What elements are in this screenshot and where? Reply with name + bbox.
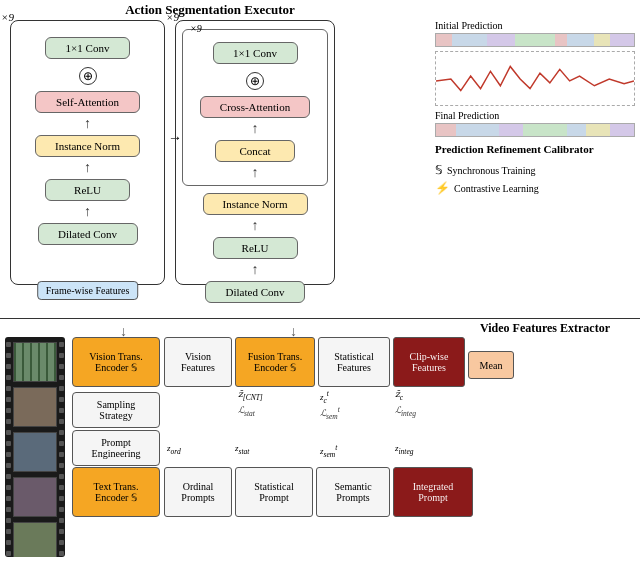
z-ct-label: zct — [320, 389, 329, 405]
statistical-features-cell: StatisticalFeatures — [318, 337, 390, 387]
cross-attn-box: Cross-Attention — [200, 96, 310, 118]
arrow-down-5: ↑ — [252, 166, 259, 180]
text-trans-encoder-label: Text Trans.Encoder 𝕊 — [72, 467, 160, 517]
semantic-prompts-cell: SemanticPrompts — [316, 467, 390, 517]
z-integ-label: zinteg — [395, 443, 414, 456]
legend-contrast: ⚡ Contrastive Learning — [435, 181, 635, 196]
waveform-area — [435, 51, 635, 106]
relu-box-left: ReLU — [45, 179, 130, 201]
contrast-icon: ⚡ — [435, 181, 450, 196]
loss-stat-label: ℒstat — [238, 405, 255, 418]
final-prediction-bar — [435, 123, 635, 137]
feature-grid: Vision Trans.Encoder 𝕊 VisionFeatures Fu… — [72, 337, 635, 572]
conv-box-right: 1×1 Conv — [213, 42, 298, 64]
down-arrow-1: ↓ — [120, 324, 127, 340]
down-arrow-2: ↓ — [290, 324, 297, 340]
legend-area: 𝕊 Synchronous Training ⚡ Contrastive Lea… — [435, 163, 635, 196]
executor-right-block: ×9 ×9 1×1 Conv ⊕ Cross-Attention ↑ Conca… — [175, 20, 335, 285]
final-prediction-label: Final Prediction — [435, 110, 635, 121]
plus-circle-right: ⊕ — [246, 72, 264, 90]
section-title: Action Segmentation Executor — [60, 2, 360, 18]
main-container: Action Segmentation Executor ×9 1×1 Conv… — [0, 0, 640, 576]
mean-cell: Mean — [468, 351, 514, 379]
relu-box-right: ReLU — [213, 237, 298, 259]
inst-norm-box-right: Instance Norm — [203, 193, 308, 215]
z-stat-label: zstat — [235, 443, 249, 456]
film-strip — [5, 337, 65, 557]
arrow-down-3: ↑ — [84, 205, 91, 219]
legend-contrast-label: Contrastive Learning — [454, 183, 539, 194]
statistical-prompt-cell: StatisticalPrompt — [235, 467, 313, 517]
dilated-box-left: Dilated Conv — [38, 223, 138, 245]
conv-box-left: 1×1 Conv — [45, 37, 130, 59]
arrow-down-7: ↑ — [252, 263, 259, 277]
prediction-area: Initial Prediction Final Prediction — [435, 20, 635, 199]
repeat-badge-right: ×9 — [166, 11, 179, 23]
inst-norm-box-left: Instance Norm — [35, 135, 140, 157]
repeat-badge-left: ×9 — [1, 11, 14, 23]
loss-integ-label: ℒinteg — [395, 405, 416, 418]
waveform-svg — [436, 52, 634, 105]
ordinal-prompts-cell: OrdinalPrompts — [164, 467, 232, 517]
sync-icon: 𝕊 — [435, 163, 443, 178]
arrow-down-4: ↑ — [252, 122, 259, 136]
arrow-down-6: ↑ — [252, 219, 259, 233]
z-ord-label: zord — [167, 443, 181, 456]
frame-features-box: Frame-wise Features — [37, 281, 139, 300]
clipwise-features-cell: Clip-wiseFeatures — [393, 337, 465, 387]
legend-sync: 𝕊 Synchronous Training — [435, 163, 635, 178]
legend-sync-label: Synchronous Training — [447, 165, 536, 176]
fusion-trans-encoder-cell: Fusion Trans.Encoder 𝕊 — [235, 337, 315, 387]
bottom-section: Video Features Extractor — [0, 318, 640, 576]
arrow-down-2: ↑ — [84, 161, 91, 175]
z-sem-label: zsemt — [320, 443, 337, 459]
vision-trans-encoder-label: Vision Trans.Encoder 𝕊 — [72, 337, 160, 387]
loss-sem-label: ℒsemt — [320, 405, 340, 421]
z-c-label: z̄c — [395, 389, 403, 402]
initial-prediction-label: Initial Prediction — [435, 20, 635, 31]
executor-left-block: ×9 1×1 Conv ⊕ Self-Attention ↑ Instance … — [10, 20, 165, 285]
self-attn-box: Self-Attention — [35, 91, 140, 113]
top-section: Action Segmentation Executor ×9 1×1 Conv… — [0, 0, 640, 320]
dilated-box-right: Dilated Conv — [205, 281, 305, 303]
initial-prediction-bar — [435, 33, 635, 47]
vision-features-cell: VisionFeatures — [164, 337, 232, 387]
refinement-title: Prediction Refinement Calibrator — [435, 143, 635, 155]
arrow-down-1: ↑ — [84, 117, 91, 131]
plus-circle-left: ⊕ — [79, 67, 97, 85]
bottom-title: Video Features Extractor — [480, 321, 610, 336]
z-cnt-label: z̄[CNT] — [238, 389, 263, 402]
sampling-strategy-label: SamplingStrategy — [72, 392, 160, 428]
prompt-engineering-label: PromptEngineering — [72, 430, 160, 466]
concat-box: Concat — [215, 140, 295, 162]
integrated-prompt-cell: IntegratedPrompt — [393, 467, 473, 517]
